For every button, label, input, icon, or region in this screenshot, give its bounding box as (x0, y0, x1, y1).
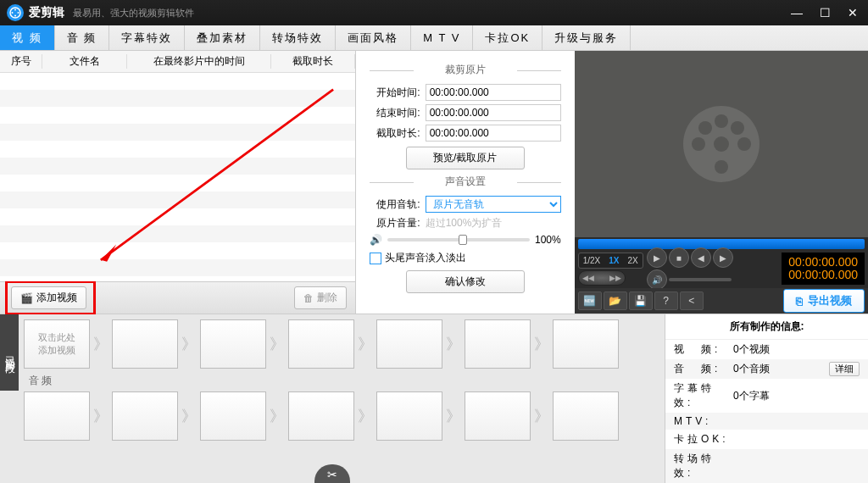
export-label: 导出视频 (808, 293, 852, 308)
new-icon: 🆕 (583, 295, 596, 307)
share-button[interactable]: < (680, 291, 704, 310)
preview-action-row: 🆕 📂 💾 ? < ⎘ 导出视频 (575, 288, 868, 314)
tab-overlay[interactable]: 叠加素材 (185, 25, 260, 50)
svg-point-4 (18, 12, 19, 14)
maximize-icon[interactable]: ☐ (816, 6, 834, 19)
open-button[interactable]: 📂 (604, 291, 627, 310)
confirm-button[interactable]: 确认修改 (406, 270, 525, 293)
jog-wheel[interactable]: ◀◀▶▶ (578, 270, 626, 286)
info-row: 转场特效: (665, 449, 868, 483)
timeline-area: 已添加片段 双击此处 添加视频 》 》 》 》 》 》 音 频 》 》 》 》 (0, 314, 665, 483)
app-logo-icon (7, 4, 24, 21)
info-panel: 所有制作的信息: 视 频:0个视频音 频:0个音频详细字幕特效:0个字幕MTV:… (665, 314, 868, 483)
info-row: 卡拉OK: (665, 430, 868, 449)
speed-selector: 1/2X 1X 2X (578, 253, 643, 269)
svg-marker-6 (101, 245, 116, 262)
clip-slot[interactable] (288, 319, 354, 369)
export-video-button[interactable]: ⎘ 导出视频 (783, 289, 865, 313)
next-frame-button[interactable]: ▶ (713, 247, 733, 268)
chevron-right-icon: 》 (181, 406, 197, 426)
speed-half[interactable]: 1/2X (579, 253, 605, 268)
audio-slot[interactable] (200, 391, 266, 441)
transport-bar: 1/2X 1X 2X ◀◀▶▶ ▶ ■ ◀ ▶ 🔊 (575, 237, 868, 288)
minimize-icon[interactable]: — (787, 6, 806, 19)
mute-button[interactable]: 🔊 (647, 269, 667, 290)
audio-slot[interactable] (376, 391, 442, 441)
tab-audio[interactable]: 音 频 (55, 25, 110, 50)
tab-subtitle[interactable]: 字幕特效 (109, 25, 185, 50)
col-filename: 文件名 (42, 54, 127, 69)
delete-label: 删除 (317, 291, 337, 305)
added-clips-vtab[interactable]: 已添加片段 (0, 314, 19, 391)
tab-mtv[interactable]: M T V (411, 25, 473, 50)
audio-slot[interactable] (112, 391, 178, 441)
track-select[interactable]: 原片无音轨 (426, 196, 561, 213)
trash-icon: 🗑 (303, 292, 314, 304)
save-button[interactable]: 💾 (629, 291, 653, 310)
duration-input[interactable] (426, 125, 561, 142)
chevron-right-icon: 》 (93, 334, 108, 354)
chevron-right-icon: 》 (358, 406, 373, 426)
start-time-input[interactable] (426, 84, 561, 101)
audio-slot[interactable] (288, 391, 354, 441)
audio-slot[interactable] (24, 391, 90, 441)
tab-karaoke[interactable]: 卡拉OK (473, 25, 542, 50)
clip-slot[interactable] (200, 319, 266, 369)
clip-slot[interactable] (553, 319, 619, 369)
jog-left-icon: ◀◀ (582, 274, 594, 282)
clip-slot[interactable] (465, 319, 531, 369)
clip-slot[interactable] (376, 319, 442, 369)
play-button[interactable]: ▶ (647, 247, 667, 268)
prev-frame-button[interactable]: ◀ (691, 247, 711, 268)
timecode-current: 00:00:00.000 (788, 256, 858, 269)
new-button[interactable]: 🆕 (578, 291, 602, 310)
volume-value: 100% (535, 234, 561, 246)
delete-button[interactable]: 🗑 删除 (294, 286, 347, 309)
speed-2x[interactable]: 2X (624, 253, 643, 268)
info-row: 字幕特效:0个字幕 (665, 379, 868, 413)
sound-section-title: 声音设置 (370, 175, 561, 189)
stop-button[interactable]: ■ (669, 247, 689, 268)
detail-button[interactable]: 详细 (829, 362, 860, 376)
app-name: 爱剪辑 (29, 5, 64, 20)
video-clip-row: 双击此处 添加视频 》 》 》 》 》 》 (24, 319, 659, 369)
clip-slot[interactable] (112, 319, 178, 369)
tab-style[interactable]: 画面风格 (336, 25, 411, 50)
info-value: 0个字幕 (733, 389, 860, 403)
audio-slot[interactable] (465, 391, 531, 441)
preview-viewport[interactable] (575, 51, 868, 237)
tab-upgrade[interactable]: 升级与服务 (542, 25, 631, 50)
preview-volume-slider[interactable] (669, 278, 732, 281)
end-time-input[interactable] (426, 104, 561, 121)
chevron-right-icon: 》 (534, 334, 549, 354)
tab-video[interactable]: 视 频 (0, 25, 55, 50)
app-slogan: 最易用、强大的视频剪辑软件 (73, 7, 194, 19)
tab-transition[interactable]: 转场特效 (260, 25, 336, 50)
audio-clip-row: 》 》 》 》 》 》 (24, 391, 659, 441)
clip-list-body[interactable] (0, 73, 355, 281)
hint-line1: 双击此处 (38, 331, 75, 344)
add-video-button[interactable]: 🎬 添加视频 (11, 286, 86, 309)
audio-slot[interactable] (553, 391, 619, 441)
col-duration: 截取时长 (271, 54, 355, 69)
timecode-display: 00:00:00.000 00:00:00.000 (782, 253, 865, 286)
close-icon[interactable]: ✕ (844, 6, 861, 19)
volume-slider[interactable] (387, 238, 530, 242)
save-icon: 💾 (634, 295, 647, 307)
fade-checkbox[interactable] (370, 253, 381, 264)
scissors-icon: ✂ (327, 468, 337, 481)
info-row: 音 频:0个音频详细 (665, 359, 868, 379)
preview-panel: 1/2X 1X 2X ◀◀▶▶ ▶ ■ ◀ ▶ 🔊 (575, 51, 868, 314)
main-tabs: 视 频 音 频 字幕特效 叠加素材 转场特效 画面风格 M T V 卡拉OK 升… (0, 25, 868, 51)
titlebar: 爱剪辑 最易用、强大的视频剪辑软件 — ☐ ✕ (0, 0, 868, 25)
svg-point-2 (14, 15, 16, 17)
help-button[interactable]: ? (654, 291, 678, 310)
track-label: 使用音轨: (370, 197, 420, 212)
info-key: 转场特效: (674, 452, 733, 480)
preview-crop-button[interactable]: 预览/截取原片 (406, 147, 525, 169)
film-icon: 🎬 (20, 292, 33, 304)
end-time-label: 结束时间: (370, 106, 420, 120)
add-clip-placeholder[interactable]: 双击此处 添加视频 (24, 319, 90, 369)
fade-label: 头尾声音淡入淡出 (385, 251, 466, 265)
speed-1x[interactable]: 1X (604, 253, 623, 268)
